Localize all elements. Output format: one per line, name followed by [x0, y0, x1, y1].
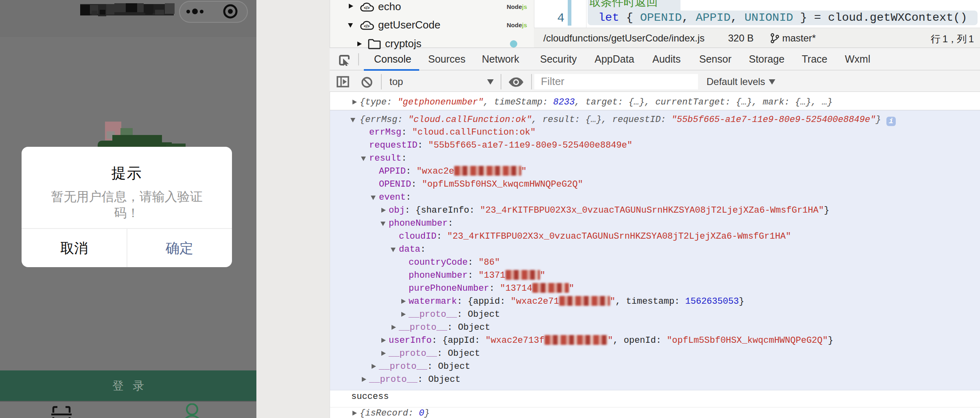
svg-text:</>: </> [364, 24, 370, 28]
svg-text:</>: </> [364, 6, 370, 10]
